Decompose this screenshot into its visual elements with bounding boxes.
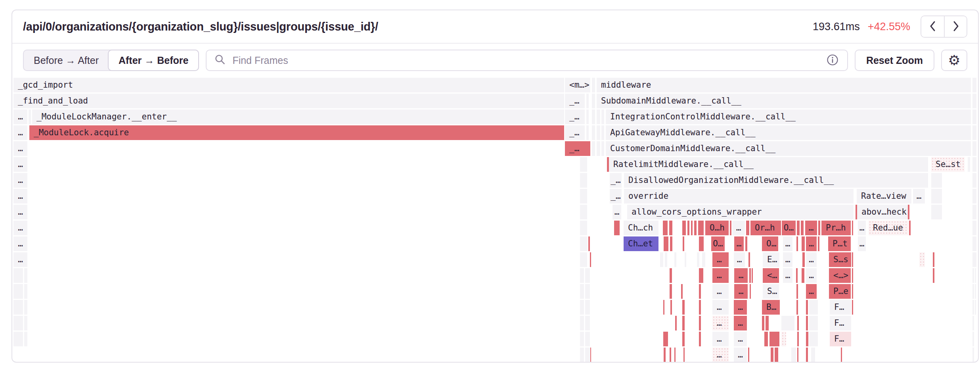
flame-frame[interactable]: … bbox=[734, 348, 747, 362]
flame-frame[interactable]: … bbox=[712, 252, 729, 267]
flame-frame[interactable]: … bbox=[806, 284, 817, 299]
flame-frame[interactable]: … bbox=[805, 221, 817, 235]
flame-frame-sliver[interactable] bbox=[972, 316, 974, 330]
flame-frame-sliver[interactable] bbox=[664, 348, 666, 362]
flame-frame-sliver[interactable] bbox=[811, 348, 815, 362]
flame-frame-sliver[interactable] bbox=[590, 348, 591, 362]
flame-frame[interactable]: O… bbox=[711, 236, 725, 251]
info-button[interactable] bbox=[826, 54, 839, 67]
flame-frame-sliver[interactable] bbox=[580, 221, 587, 235]
flame-frame-sliver[interactable] bbox=[675, 316, 677, 330]
toggle-after-before[interactable]: After → Before bbox=[108, 50, 199, 71]
flame-frame[interactable]: E… bbox=[763, 252, 779, 267]
flame-frame-sliver[interactable] bbox=[682, 332, 685, 346]
flame-frame-sliver[interactable] bbox=[781, 316, 794, 330]
flame-frame-sliver[interactable] bbox=[764, 332, 768, 346]
flame-frame[interactable]: … bbox=[612, 205, 621, 219]
flame-frame-sliver[interactable] bbox=[699, 236, 704, 251]
flame-frame-sliver[interactable] bbox=[699, 316, 701, 330]
flame-frame-sliver[interactable] bbox=[674, 348, 676, 362]
flame-frame-sliver[interactable] bbox=[580, 268, 584, 283]
flame-frame-sliver[interactable] bbox=[24, 316, 27, 330]
flame-frame-sliver[interactable] bbox=[24, 284, 27, 299]
flame-frame-sliver[interactable] bbox=[685, 252, 686, 267]
flame-frame-sliver[interactable] bbox=[663, 221, 668, 235]
flame-frame-sliver[interactable] bbox=[806, 300, 808, 315]
flame-frame-sliver[interactable] bbox=[597, 125, 600, 140]
flame-frame-sliver[interactable] bbox=[670, 284, 672, 299]
flame-frame-sliver[interactable] bbox=[586, 110, 589, 124]
flame-frame-sliver[interactable] bbox=[585, 348, 590, 362]
flame-frame-sliver[interactable] bbox=[683, 236, 684, 251]
flame-frame-sliver[interactable] bbox=[972, 189, 976, 204]
flame-frame-sliver[interactable] bbox=[586, 125, 589, 140]
flame-frame-sliver[interactable] bbox=[972, 205, 976, 219]
flame-frame[interactable]: … bbox=[712, 348, 729, 362]
flame-frame-sliver[interactable] bbox=[852, 268, 853, 283]
flame-frame-sliver[interactable] bbox=[683, 348, 685, 362]
flame-frame[interactable]: _ModuleLockManager.__enter__ bbox=[32, 110, 564, 124]
flame-frame-sliver[interactable] bbox=[694, 221, 697, 235]
flame-frame[interactable]: O… bbox=[762, 236, 778, 251]
flame-frame-sliver[interactable] bbox=[802, 268, 804, 283]
flame-frame-sliver[interactable] bbox=[809, 332, 818, 346]
flame-frame-sliver[interactable] bbox=[931, 173, 942, 188]
flame-frame-sliver[interactable] bbox=[580, 173, 587, 188]
flame-frame-sliver[interactable] bbox=[975, 268, 976, 283]
flame-frame[interactable]: … bbox=[806, 268, 817, 283]
flame-frame[interactable]: Se…st bbox=[931, 157, 965, 172]
flame-frame-sliver[interactable] bbox=[852, 284, 853, 299]
flame-frame-sliver[interactable] bbox=[806, 348, 808, 362]
flame-frame[interactable]: … bbox=[13, 205, 27, 219]
flame-frame[interactable]: F… bbox=[830, 316, 851, 330]
flame-frame[interactable]: <… bbox=[763, 268, 779, 283]
flame-frame-sliver[interactable] bbox=[665, 252, 667, 267]
flame-frame[interactable]: Ch…et bbox=[624, 236, 658, 251]
flame-frame-sliver[interactable] bbox=[580, 189, 587, 204]
flame-frame[interactable]: abov…heck bbox=[856, 205, 909, 219]
flame-frame-sliver[interactable] bbox=[791, 348, 796, 362]
flame-frame-sliver[interactable] bbox=[797, 332, 799, 346]
flame-frame-sliver[interactable] bbox=[699, 284, 701, 299]
flame-frame-sliver[interactable] bbox=[748, 252, 750, 267]
reset-zoom-button[interactable]: Reset Zoom bbox=[855, 50, 934, 71]
flame-frame-sliver[interactable] bbox=[975, 300, 976, 315]
flame-frame-sliver[interactable] bbox=[669, 221, 672, 235]
flame-frame[interactable]: … bbox=[712, 300, 729, 315]
flame-frame-sliver[interactable] bbox=[592, 125, 595, 140]
flame-frame[interactable]: S…s bbox=[829, 252, 851, 267]
flame-frame[interactable]: … bbox=[806, 236, 817, 251]
flame-frame-sliver[interactable] bbox=[687, 221, 689, 235]
flame-frame[interactable]: _… bbox=[565, 110, 585, 124]
flame-frame-sliver[interactable] bbox=[592, 94, 595, 108]
flame-frame[interactable]: Red…ue bbox=[869, 221, 908, 235]
flame-frame-sliver[interactable] bbox=[13, 300, 23, 315]
flame-frame[interactable]: … bbox=[712, 268, 729, 283]
flame-frame-sliver[interactable] bbox=[972, 236, 976, 251]
flame-frame[interactable]: allow_cors_options_wrapper bbox=[627, 205, 854, 219]
flame-frame-sliver[interactable] bbox=[682, 316, 685, 330]
settings-button[interactable]: ⚙ bbox=[941, 50, 967, 71]
flame-frame-sliver[interactable] bbox=[590, 252, 591, 267]
flame-frame-sliver[interactable] bbox=[663, 300, 664, 315]
flame-frame-sliver[interactable] bbox=[601, 141, 604, 156]
flame-frame-sliver[interactable] bbox=[592, 110, 595, 124]
flame-frame-sliver[interactable] bbox=[580, 284, 584, 299]
flame-frame[interactable]: … bbox=[858, 236, 866, 251]
flame-frame-sliver[interactable] bbox=[801, 221, 804, 235]
flame-frame-sliver[interactable] bbox=[796, 284, 798, 299]
flame-frame[interactable]: … bbox=[783, 252, 792, 267]
flame-frame-sliver[interactable] bbox=[802, 252, 805, 267]
flame-frame[interactable]: P…t bbox=[828, 236, 851, 251]
flame-frame-sliver[interactable] bbox=[972, 348, 974, 362]
flame-frame-sliver[interactable] bbox=[796, 268, 798, 283]
flame-frame-sliver[interactable] bbox=[580, 332, 584, 346]
flame-frame-sliver[interactable] bbox=[972, 110, 976, 124]
flame-frame-sliver[interactable] bbox=[972, 300, 974, 315]
flame-frame-sliver[interactable] bbox=[968, 157, 970, 172]
flame-frame-sliver[interactable] bbox=[660, 252, 663, 267]
flame-frame[interactable]: _ModuleLock.acquire bbox=[29, 125, 564, 140]
flame-frame-sliver[interactable] bbox=[749, 268, 751, 283]
flame-frame-sliver[interactable] bbox=[766, 316, 769, 330]
flame-frame-sliver[interactable] bbox=[745, 236, 747, 251]
